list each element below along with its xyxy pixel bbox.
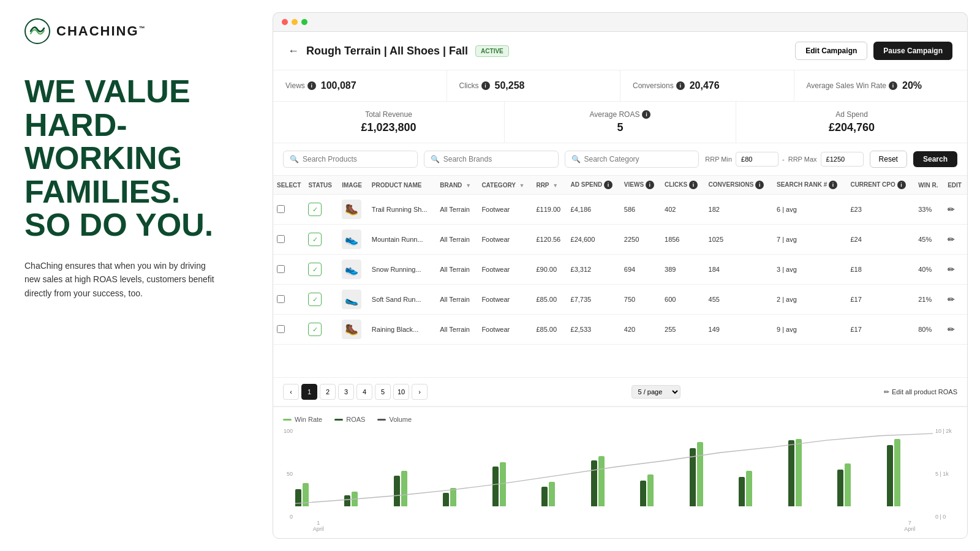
roas-info-icon[interactable]: i [642, 110, 650, 119]
back-button[interactable]: ← [288, 45, 299, 58]
edit-row-button[interactable]: ✏ [948, 294, 955, 304]
search-rank-cell: 6 | avg [773, 195, 846, 225]
search-brands-input[interactable] [443, 155, 552, 163]
x-label-12 [837, 520, 883, 532]
product-image: 👟 [342, 230, 361, 249]
row-checkbox[interactable] [277, 295, 285, 303]
image-cell: 👟 [338, 225, 368, 255]
sub-text: ChaChing ensures that when you win by dr… [24, 259, 221, 300]
search-button[interactable]: Search [913, 151, 957, 167]
conversions-cell: 184 [705, 255, 773, 285]
revenue-row: Total Revenue £1,023,800 Average ROAS i … [273, 102, 967, 143]
row-checkbox[interactable] [277, 205, 285, 213]
revenue-roas-label: Average ROAS i [517, 110, 723, 119]
ad-spend-cell: £3,312 [567, 255, 620, 285]
conversions-info-icon[interactable]: i [676, 81, 685, 90]
page-4-button[interactable]: 4 [356, 384, 372, 400]
rrp-cell: £120.56 [532, 225, 567, 255]
x-label-3 [394, 520, 440, 532]
row-checkbox[interactable] [277, 235, 285, 243]
revenue-roas-value: 5 [517, 121, 723, 134]
metric-views: Views i 100,087 [273, 70, 447, 101]
brand-cell: All Terrain [436, 285, 478, 315]
search-rank-cell: 3 | avg [773, 255, 846, 285]
search-category-input[interactable] [584, 155, 693, 163]
line-chart-svg [295, 428, 933, 506]
brand-cell: All Terrain [436, 255, 478, 285]
table-row: ✓ 🥾 Raining Black... All Terrain Footwea… [273, 315, 967, 345]
search-products-input[interactable] [303, 155, 411, 163]
line-chart-path [295, 433, 933, 503]
chart-legend: Win Rate ROAS Volume [283, 416, 957, 423]
ad-spend-cell: £2,533 [567, 315, 620, 345]
row-checkbox[interactable] [277, 265, 285, 273]
page-prev-button[interactable]: ‹ [283, 384, 299, 400]
col-views: VIEWS i [620, 176, 661, 195]
current-cpo-cell: £23 [846, 195, 914, 225]
close-dot[interactable] [282, 19, 288, 25]
status-check: ✓ [308, 323, 322, 336]
per-page-dropdown[interactable]: 5 / page 10 / page 20 / page [631, 385, 680, 399]
rrp-max-input[interactable] [821, 152, 864, 167]
app-window: ← Rough Terrain | All Shoes | Fall ACTIV… [273, 31, 968, 539]
y-right-mid: 5 | 1k [935, 471, 957, 477]
select-cell [273, 225, 304, 255]
minimize-dot[interactable] [292, 19, 298, 25]
reset-button[interactable]: Reset [870, 151, 907, 168]
edit-row-button[interactable]: ✏ [948, 234, 955, 244]
search-category-icon: 🔍 [571, 155, 581, 163]
y-left-100: 100 [284, 428, 293, 434]
product-name-cell: Soft Sand Run... [368, 285, 436, 315]
edit-row-button[interactable]: ✏ [948, 324, 955, 334]
maximize-dot[interactable] [301, 19, 307, 25]
revenue-total-value: £1,023,800 [285, 121, 492, 134]
page-5-button[interactable]: 5 [375, 384, 391, 400]
legend-win-rate: Win Rate [283, 416, 322, 423]
status-cell: ✓ [304, 195, 338, 225]
rrp-min-input[interactable] [736, 152, 778, 167]
ad-spend-cell: £7,735 [567, 285, 620, 315]
edit-row-button[interactable]: ✏ [948, 264, 955, 274]
pause-campaign-button[interactable]: Pause Campaign [873, 42, 952, 60]
clicks-info-icon[interactable]: i [481, 81, 490, 90]
rrp-cell: £85.00 [532, 285, 567, 315]
status-cell: ✓ [304, 315, 338, 345]
views-info-icon[interactable]: i [307, 81, 316, 90]
chaching-logo-icon [24, 18, 50, 44]
col-image: IMAGE [338, 176, 368, 195]
edit-campaign-button[interactable]: Edit Campaign [795, 42, 867, 60]
page-more-button[interactable]: 10 [393, 384, 409, 400]
chart-body: 1April 7April [295, 428, 933, 532]
rrp-max-label: RRP Max [788, 156, 817, 163]
x-label-9 [690, 520, 736, 532]
status-check: ✓ [308, 233, 322, 246]
x-label-10 [739, 520, 785, 532]
page-3-button[interactable]: 3 [338, 384, 354, 400]
logo-area: CHACHING™ [24, 18, 242, 44]
win-rate-info-icon[interactable]: i [889, 81, 897, 90]
row-checkbox[interactable] [277, 325, 285, 333]
views-cell: 750 [620, 285, 661, 315]
category-cell: Footwear [478, 255, 532, 285]
search-products-icon: 🔍 [290, 155, 299, 163]
win-rate-cell: 45% [914, 225, 944, 255]
edit-cell: ✏ [944, 315, 967, 345]
page-1-button[interactable]: 1 [301, 384, 317, 400]
col-status: STATUS [304, 176, 338, 195]
views-cell: 420 [620, 315, 661, 345]
page-next-button[interactable]: › [412, 384, 428, 400]
edit-all-roas-button[interactable]: ✏ Edit all product ROAS [884, 388, 957, 396]
category-cell: Footwear [478, 315, 532, 345]
y-left-0: 0 [290, 514, 293, 520]
product-image: 🥾 [342, 200, 361, 219]
category-cell: Footwear [478, 285, 532, 315]
col-edit: EDIT [944, 176, 967, 195]
page-2-button[interactable]: 2 [320, 384, 336, 400]
edit-row-button[interactable]: ✏ [948, 204, 955, 214]
col-win-rate: WIN R. [914, 176, 944, 195]
campaign-title-area: ← Rough Terrain | All Shoes | Fall ACTIV… [288, 45, 509, 58]
chart-area: Win Rate ROAS Volume 100 50 0 [273, 407, 967, 538]
rrp-cell: £85.00 [532, 315, 567, 345]
status-badge: ACTIVE [475, 45, 509, 57]
win-rate-cell: 40% [914, 255, 944, 285]
